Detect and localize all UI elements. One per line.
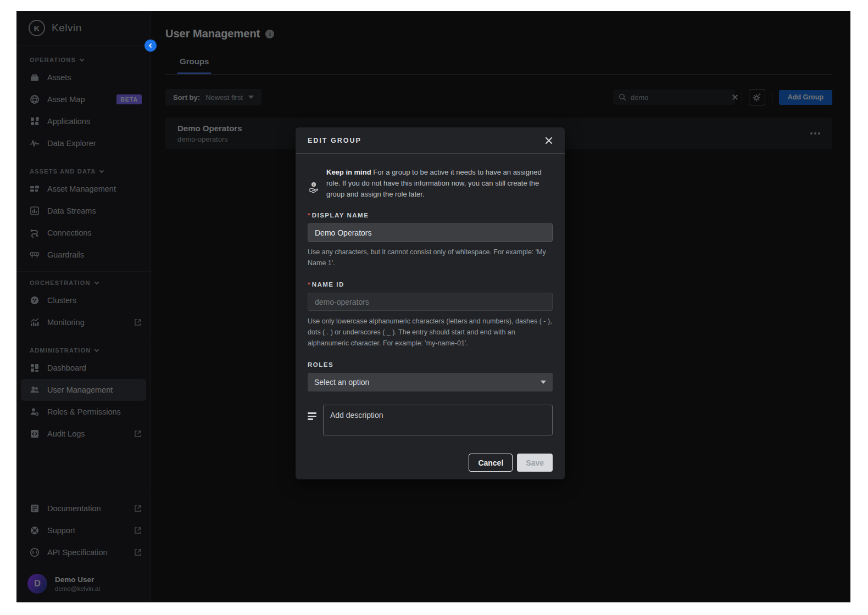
cancel-button[interactable]: Cancel — [469, 454, 513, 472]
svg-text:i: i — [313, 182, 314, 186]
roles-label: ROLES — [308, 361, 553, 368]
chevron-left-icon — [149, 43, 153, 48]
sidebar-collapse-button[interactable] — [144, 40, 157, 52]
description-icon — [308, 412, 318, 435]
description-field[interactable]: Add description — [323, 405, 553, 435]
notice-banner: i Keep in mind For a group to be active … — [308, 167, 553, 200]
display-name-field[interactable] — [308, 223, 553, 242]
notice-text: Keep in mind For a group to be active it… — [326, 167, 553, 200]
chevron-down-icon — [541, 381, 546, 384]
app-window: K Kelvin OPERATIONS Assets Asset Map BET… — [16, 11, 850, 602]
display-name-help: Use any characters, but it cannot consis… — [308, 247, 553, 269]
name-id-field[interactable] — [308, 293, 553, 311]
edit-group-modal: EDIT GROUP i Keep in mind For a group to… — [296, 127, 565, 479]
close-icon[interactable] — [545, 137, 553, 144]
hand-info-icon: i — [308, 181, 320, 200]
name-id-label: NAME ID — [308, 281, 553, 288]
modal-title: EDIT GROUP — [308, 137, 361, 144]
save-button[interactable]: Save — [517, 454, 553, 472]
notice-title: Keep in mind — [326, 168, 371, 176]
roles-select[interactable]: Select an option — [308, 373, 553, 392]
display-name-label: DISPLAY NAME — [308, 212, 553, 219]
name-id-help: Use only lowercase alphanumeric characte… — [308, 316, 553, 349]
roles-selected-value: Select an option — [314, 378, 541, 387]
